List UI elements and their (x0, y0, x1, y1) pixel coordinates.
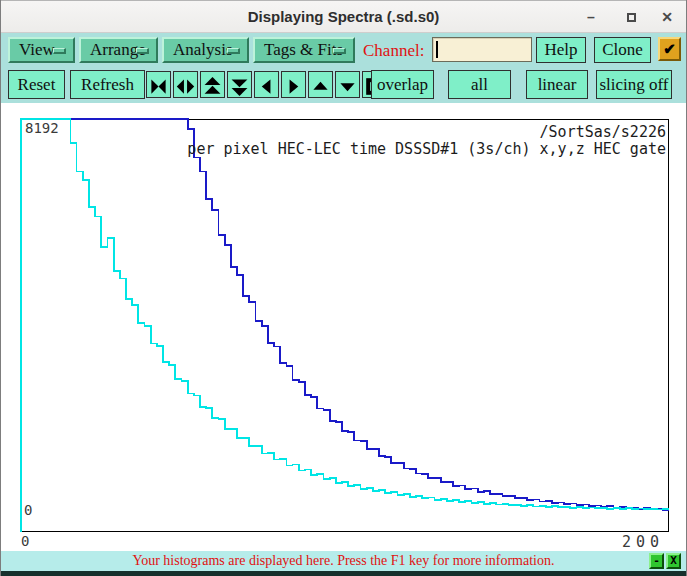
pan-up-icon (311, 77, 330, 96)
reset-button[interactable]: Reset (8, 70, 65, 99)
option-menu-indicator-icon (53, 48, 66, 54)
pan-right-icon (284, 77, 303, 96)
minimize-icon[interactable]: – (576, 1, 606, 33)
status-message: Your histograms are displayed here. Pres… (133, 553, 555, 569)
status-close-button[interactable]: X (666, 553, 681, 569)
channel-input[interactable] (432, 37, 532, 62)
menu-analysis-label: Analysis (173, 40, 233, 59)
option-menu-indicator-icon (227, 48, 240, 54)
text-caret (436, 41, 438, 58)
spectrum-path-label: /SortSas/s2226 (540, 123, 666, 141)
menu-analysis[interactable]: Analysis (162, 37, 249, 63)
expand-horizontal-button[interactable] (173, 71, 198, 98)
option-menu-indicator-icon (333, 48, 346, 54)
toolbar: Reset Refresh (1, 66, 686, 103)
pan-left-icon (257, 77, 276, 96)
x-axis-min-label: 0 (21, 533, 29, 549)
expand-horizontal-icon (176, 77, 195, 96)
refresh-button[interactable]: Refresh (70, 70, 145, 99)
menu-arrange[interactable]: Arrange (79, 37, 158, 63)
close-icon[interactable]: ✕ (652, 1, 682, 33)
maximize-icon[interactable] (616, 1, 646, 33)
status-bar: Your histograms are displayed here. Pres… (1, 551, 686, 571)
status-minimize-button[interactable]: - (649, 553, 664, 569)
overlay-checkbox[interactable]: ✔ (658, 37, 681, 61)
compress-horizontal-icon (149, 77, 168, 96)
menu-tags-fits-label: Tags & Fits (264, 40, 343, 59)
compress-vertical-icon (230, 77, 249, 96)
expand-vertical-icon (203, 77, 222, 96)
spectrum-title-label: per pixel HEC-LEC time DSSSD#1 (3s/ch) x… (187, 140, 666, 158)
pan-left-button[interactable] (254, 71, 279, 98)
spectrum-plot (1, 103, 687, 551)
linear-button[interactable]: linear (526, 70, 588, 99)
plot-frame (22, 120, 669, 532)
histogram-curve-hec-gated-spectrum-blue (21, 119, 669, 532)
all-button[interactable]: all (448, 70, 511, 99)
slicing-button[interactable]: slicing off (596, 70, 672, 99)
menu-bar: View Arrange Analysis Tags & Fits Channe… (1, 33, 686, 66)
window-bottom-edge (1, 571, 686, 576)
maximize-square-icon (627, 13, 636, 22)
y-axis-min-label: 0 (24, 502, 32, 518)
menu-view[interactable]: View (8, 37, 75, 63)
menu-tags-fits[interactable]: Tags & Fits (253, 37, 355, 63)
overlap-button[interactable]: overlap (371, 70, 434, 99)
pan-right-button[interactable] (281, 71, 306, 98)
compress-vertical-button[interactable] (227, 71, 252, 98)
pan-up-button[interactable] (308, 71, 333, 98)
compress-horizontal-button[interactable] (146, 71, 171, 98)
y-axis-max-label: 8192 (25, 120, 59, 136)
app-window: Displaying Spectra (.sd.s0) – ✕ View Arr… (0, 0, 687, 576)
clone-button[interactable]: Clone (594, 37, 651, 63)
histogram-curve-hec-gated-spectrum-cyan (21, 119, 669, 532)
x-axis-max-label: 200 (622, 533, 664, 551)
expand-vertical-button[interactable] (200, 71, 225, 98)
checkmark-icon: ✔ (663, 40, 676, 57)
spectrum-display-area[interactable]: 8192 /SortSas/s2226 per pixel HEC-LEC ti… (1, 103, 687, 551)
option-menu-indicator-icon (136, 48, 149, 54)
help-button[interactable]: Help (536, 37, 586, 63)
titlebar: Displaying Spectra (.sd.s0) – ✕ (1, 0, 686, 33)
channel-label: Channel: (363, 41, 424, 61)
pan-down-icon (338, 77, 357, 96)
pan-down-button[interactable] (335, 71, 360, 98)
menu-view-label: View (19, 40, 55, 59)
